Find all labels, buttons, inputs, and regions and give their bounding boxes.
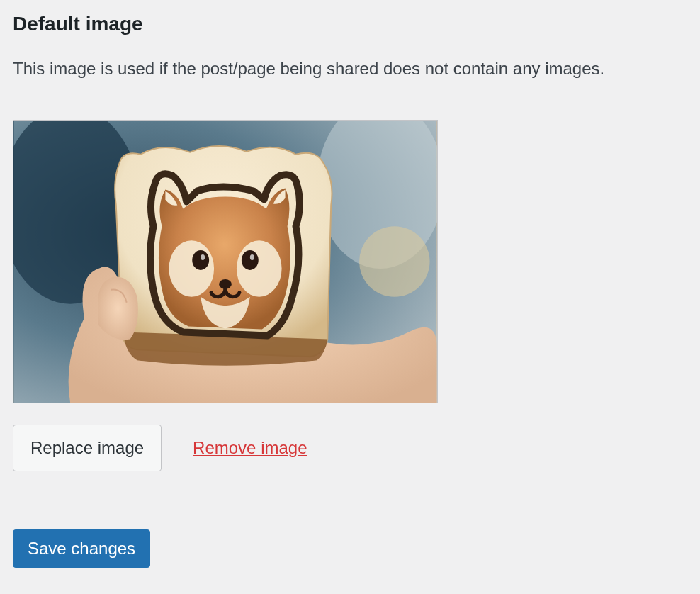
default-image-preview [13, 120, 438, 403]
save-changes-button[interactable]: Save changes [13, 529, 150, 568]
svg-point-3 [359, 226, 430, 297]
svg-point-9 [201, 254, 205, 260]
svg-point-7 [192, 250, 209, 270]
toast-photo-illustration [13, 121, 437, 403]
remove-image-link[interactable]: Remove image [193, 439, 307, 456]
svg-point-10 [250, 254, 254, 260]
svg-point-6 [237, 240, 282, 297]
svg-point-8 [242, 250, 259, 270]
section-description: This image is used if the post/page bein… [13, 57, 687, 81]
svg-point-5 [169, 240, 214, 297]
replace-image-button[interactable]: Replace image [13, 425, 162, 471]
image-actions-row: Replace image Remove image [13, 425, 687, 471]
section-title: Default image [13, 13, 687, 35]
